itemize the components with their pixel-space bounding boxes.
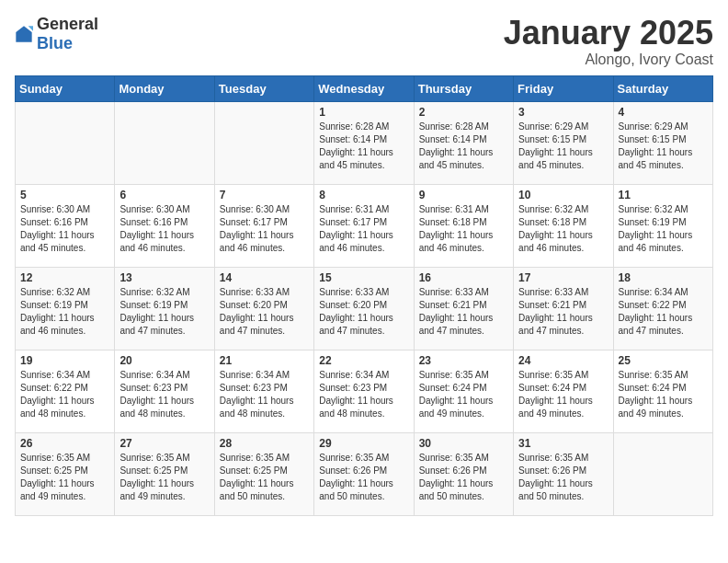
month-title: January 2025 [504,15,713,52]
calendar-cell: 5Sunrise: 6:30 AMSunset: 6:16 PMDaylight… [16,184,115,267]
day-content: Sunrise: 6:34 AMSunset: 6:23 PMDaylight:… [220,369,309,420]
day-number: 25 [619,354,708,367]
day-number: 30 [419,437,508,450]
day-number: 13 [119,271,209,284]
day-content: Sunrise: 6:35 AMSunset: 6:25 PMDaylight:… [20,452,109,503]
calendar-cell [613,432,712,515]
col-header-thursday: Thursday [414,75,513,101]
logo-general: General [37,15,98,33]
calendar-cell: 15Sunrise: 6:33 AMSunset: 6:20 PMDayligh… [314,267,414,350]
calendar-cell: 12Sunrise: 6:32 AMSunset: 6:19 PMDayligh… [16,267,115,350]
day-number: 23 [419,354,508,367]
day-number: 29 [319,437,408,450]
day-content: Sunrise: 6:32 AMSunset: 6:19 PMDaylight:… [20,286,109,338]
calendar-cell: 29Sunrise: 6:35 AMSunset: 6:26 PMDayligh… [314,432,414,515]
calendar-cell: 18Sunrise: 6:34 AMSunset: 6:22 PMDayligh… [613,267,712,350]
calendar-cell: 6Sunrise: 6:30 AMSunset: 6:16 PMDaylight… [115,184,214,267]
day-content: Sunrise: 6:35 AMSunset: 6:24 PMDaylight:… [619,369,708,420]
col-header-tuesday: Tuesday [214,75,313,101]
day-content: Sunrise: 6:33 AMSunset: 6:21 PMDaylight:… [518,286,608,338]
day-content: Sunrise: 6:35 AMSunset: 6:24 PMDaylight:… [518,369,608,420]
calendar-cell: 31Sunrise: 6:35 AMSunset: 6:26 PMDayligh… [514,432,613,515]
day-number: 18 [619,271,708,284]
day-number: 28 [220,437,309,450]
calendar-week-4: 19Sunrise: 6:34 AMSunset: 6:22 PMDayligh… [16,350,713,432]
calendar-cell: 8Sunrise: 6:31 AMSunset: 6:17 PMDaylight… [314,184,414,267]
day-number: 5 [20,189,109,201]
day-content: Sunrise: 6:34 AMSunset: 6:22 PMDaylight:… [619,286,708,338]
day-content: Sunrise: 6:33 AMSunset: 6:21 PMDaylight:… [419,286,508,338]
day-number: 17 [518,271,608,284]
day-content: Sunrise: 6:28 AMSunset: 6:14 PMDaylight:… [419,121,508,172]
calendar-cell: 10Sunrise: 6:32 AMSunset: 6:18 PMDayligh… [514,184,613,267]
calendar-cell: 28Sunrise: 6:35 AMSunset: 6:25 PMDayligh… [214,432,313,515]
calendar-header-row: SundayMondayTuesdayWednesdayThursdayFrid… [16,75,713,101]
day-content: Sunrise: 6:32 AMSunset: 6:19 PMDaylight:… [119,286,209,338]
day-content: Sunrise: 6:32 AMSunset: 6:19 PMDaylight:… [619,203,708,255]
calendar-cell [16,101,115,184]
day-content: Sunrise: 6:34 AMSunset: 6:23 PMDaylight:… [119,369,209,420]
calendar-week-3: 12Sunrise: 6:32 AMSunset: 6:19 PMDayligh… [16,267,713,350]
day-number: 7 [220,189,309,201]
day-number: 21 [220,354,309,367]
calendar-cell: 24Sunrise: 6:35 AMSunset: 6:24 PMDayligh… [514,350,613,432]
day-number: 20 [119,354,209,367]
col-header-saturday: Saturday [613,75,712,101]
day-number: 14 [220,271,309,284]
calendar-week-2: 5Sunrise: 6:30 AMSunset: 6:16 PMDaylight… [16,184,713,267]
calendar-cell: 4Sunrise: 6:29 AMSunset: 6:15 PMDaylight… [613,101,712,184]
day-number: 16 [419,271,508,284]
calendar-table: SundayMondayTuesdayWednesdayThursdayFrid… [15,75,713,516]
col-header-sunday: Sunday [16,75,115,101]
calendar-cell [214,101,313,184]
day-number: 1 [319,106,408,119]
day-content: Sunrise: 6:35 AMSunset: 6:26 PMDaylight:… [319,452,408,503]
calendar-cell [115,101,214,184]
calendar-cell: 21Sunrise: 6:34 AMSunset: 6:23 PMDayligh… [214,350,313,432]
calendar-cell: 7Sunrise: 6:30 AMSunset: 6:17 PMDaylight… [214,184,313,267]
col-header-friday: Friday [514,75,613,101]
day-number: 8 [319,189,408,201]
day-number: 6 [119,189,209,201]
calendar-cell: 20Sunrise: 6:34 AMSunset: 6:23 PMDayligh… [115,350,214,432]
day-number: 31 [518,437,608,450]
day-number: 11 [619,189,708,201]
col-header-monday: Monday [115,75,214,101]
day-content: Sunrise: 6:29 AMSunset: 6:15 PMDaylight:… [619,121,708,172]
day-content: Sunrise: 6:31 AMSunset: 6:18 PMDaylight:… [419,203,508,255]
day-number: 27 [119,437,209,450]
day-number: 12 [20,271,109,284]
calendar-cell: 17Sunrise: 6:33 AMSunset: 6:21 PMDayligh… [514,267,613,350]
day-number: 19 [20,354,109,367]
title-area: January 2025 Alongo, Ivory Coast [504,15,713,68]
day-number: 15 [319,271,408,284]
calendar-cell: 19Sunrise: 6:34 AMSunset: 6:22 PMDayligh… [16,350,115,432]
day-content: Sunrise: 6:35 AMSunset: 6:26 PMDaylight:… [518,452,608,503]
day-content: Sunrise: 6:31 AMSunset: 6:17 PMDaylight:… [319,203,408,255]
day-content: Sunrise: 6:35 AMSunset: 6:24 PMDaylight:… [419,369,508,420]
calendar-cell: 9Sunrise: 6:31 AMSunset: 6:18 PMDaylight… [414,184,513,267]
day-content: Sunrise: 6:28 AMSunset: 6:14 PMDaylight:… [319,121,408,172]
day-number: 10 [518,189,608,201]
day-number: 3 [518,106,608,119]
day-content: Sunrise: 6:30 AMSunset: 6:16 PMDaylight:… [119,203,209,255]
col-header-wednesday: Wednesday [314,75,414,101]
day-content: Sunrise: 6:29 AMSunset: 6:15 PMDaylight:… [518,121,608,172]
logo-icon [15,25,33,43]
calendar-cell: 14Sunrise: 6:33 AMSunset: 6:20 PMDayligh… [214,267,313,350]
logo-text: General Blue [37,15,98,53]
day-content: Sunrise: 6:34 AMSunset: 6:22 PMDaylight:… [20,369,109,420]
calendar-cell: 30Sunrise: 6:35 AMSunset: 6:26 PMDayligh… [414,432,513,515]
calendar-week-5: 26Sunrise: 6:35 AMSunset: 6:25 PMDayligh… [16,432,713,515]
day-number: 26 [20,437,109,450]
page-header: General Blue January 2025 Alongo, Ivory … [15,15,713,68]
calendar-cell: 13Sunrise: 6:32 AMSunset: 6:19 PMDayligh… [115,267,214,350]
day-content: Sunrise: 6:34 AMSunset: 6:23 PMDaylight:… [319,369,408,420]
day-content: Sunrise: 6:35 AMSunset: 6:26 PMDaylight:… [419,452,508,503]
calendar-cell: 3Sunrise: 6:29 AMSunset: 6:15 PMDaylight… [514,101,613,184]
location-title: Alongo, Ivory Coast [504,52,713,68]
calendar-cell: 1Sunrise: 6:28 AMSunset: 6:14 PMDaylight… [314,101,414,184]
calendar-cell: 26Sunrise: 6:35 AMSunset: 6:25 PMDayligh… [16,432,115,515]
day-number: 9 [419,189,508,201]
day-content: Sunrise: 6:33 AMSunset: 6:20 PMDaylight:… [319,286,408,338]
